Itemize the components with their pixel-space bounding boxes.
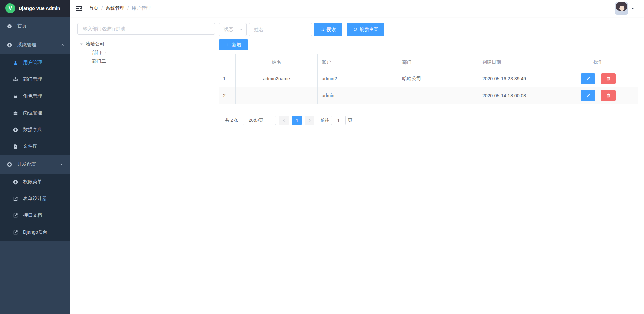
sidebar-item-label: 开发配置 [17,161,36,167]
cell-name [236,87,318,104]
avatar[interactable] [615,2,628,15]
sidebar-item-dev-config[interactable]: 开发配置 [0,155,70,174]
table-actions-row: 新增 [219,39,638,50]
sidebar-item-label: 数据字典 [23,127,42,133]
submenu-dev-config: 权限菜单 表单设计器 接口文档 Django后台 [0,174,70,241]
refresh-reset-button-label: 刷新重置 [360,26,378,33]
col-account: 账户 [318,54,398,70]
chevron-up-icon [60,43,64,47]
delete-button[interactable] [601,73,616,84]
sidebar-item-post-management[interactable]: 岗位管理 [0,105,70,121]
tree-node-root[interactable]: 哈哈公司 [77,40,215,48]
breadcrumb-home[interactable]: 首页 [89,5,98,11]
dashboard-icon [7,23,12,29]
suitcase-icon [13,110,18,116]
sidebar-item-label: 接口文档 [23,212,42,218]
sidebar-item-permission-menu[interactable]: 权限菜单 [0,174,70,190]
main-area: 首页 / 系统管理 / 用户管理 哈哈公司 [70,0,644,314]
pagination-goto: 前往 页 [320,116,352,125]
pencil-icon [586,93,590,98]
sidebar-item-role-management[interactable]: 角色管理 [0,88,70,105]
sidebar-item-label: 权限菜单 [23,179,42,185]
page-number-button[interactable]: 1 [292,116,302,125]
dept-tree: 哈哈公司 部门一 部门二 [77,40,215,66]
sidebar-item-dept-management[interactable]: 部门管理 [0,71,70,88]
breadcrumb-current: 用户管理 [132,5,151,11]
sidebar-item-system-management[interactable]: 系统管理 [0,36,70,54]
sidebar-menu: 首页 系统管理 用户管理 部门管理 [0,17,70,314]
page-content: 哈哈公司 部门一 部门二 状态 [70,17,644,314]
search-icon [320,27,325,32]
next-page-button[interactable] [305,116,314,125]
app-title: Django Vue Admin [19,6,60,11]
sidebar-item-django-admin[interactable]: Django后台 [0,224,70,241]
tree-node-label: 哈哈公司 [86,41,104,47]
edit-button[interactable] [581,73,595,84]
table-header-row: 姓名 账户 部门 创建日期 操作 [219,54,638,70]
sidebar: V Django Vue Admin 首页 系统管理 用户管理 [0,0,70,314]
prev-page-button[interactable] [279,116,289,125]
sidebar-item-label: 首页 [17,23,27,29]
sidebar-item-user-management[interactable]: 用户管理 [0,54,70,71]
cell-index: 2 [219,87,236,104]
sidebar-item-label: 岗位管理 [23,110,42,116]
chevron-right-icon [308,118,312,122]
chevron-down-icon [267,119,270,122]
goto-page-input[interactable] [331,116,346,125]
sidebar-item-label: 用户管理 [23,60,42,66]
sidebar-item-api-docs[interactable]: 接口文档 [0,207,70,224]
add-button[interactable]: 新增 [219,39,248,50]
org-tree-icon [13,77,18,82]
user-dropdown[interactable] [615,2,635,15]
sidebar-item-form-designer[interactable]: 表单设计器 [0,190,70,207]
cell-actions [558,70,638,87]
dept-filter-input[interactable] [77,23,215,35]
sidebar-item-home[interactable]: 首页 [0,17,70,36]
tree-node-label: 部门二 [92,58,106,64]
table-row: 1 admin2name admin2 哈哈公司 2020-05-16 23:3… [219,70,638,87]
tree-node-child[interactable]: 部门二 [77,57,215,66]
pencil-icon [586,76,590,81]
col-index [219,54,236,70]
logo-v-icon: V [5,3,15,13]
trash-icon [606,76,611,81]
col-dept: 部门 [398,54,478,70]
delete-button[interactable] [601,90,616,101]
name-search-input[interactable] [249,23,312,36]
app-logo[interactable]: V Django Vue Admin [0,0,70,17]
lock-icon [13,93,18,99]
refresh-reset-button[interactable]: 刷新重置 [347,23,384,36]
users-table: 姓名 账户 部门 创建日期 操作 1 admin2name admin2 哈哈公… [219,54,638,104]
page-size-value: 20条/页 [249,117,263,123]
sidebar-item-label: Django后台 [23,229,47,235]
status-select-placeholder: 状态 [224,26,233,33]
caret-expanded-icon[interactable] [79,42,84,46]
dept-tree-panel: 哈哈公司 部门一 部门二 [77,23,215,314]
filter-toolbar: 状态 搜索 刷新重置 [219,23,638,36]
submenu-system-management: 用户管理 部门管理 角色管理 岗位管理 [0,54,70,155]
cell-account: admin2 [318,70,398,87]
cell-created: 2020-05-14 18:00:08 [478,87,558,104]
top-navbar: 首页 / 系统管理 / 用户管理 [70,0,644,17]
chevron-down-icon [239,27,243,32]
edit-button[interactable] [581,90,595,101]
sidebar-item-label: 角色管理 [23,93,42,99]
page-size-select[interactable]: 20条/页 [243,116,276,125]
search-button[interactable]: 搜索 [314,23,342,36]
breadcrumb-system[interactable]: 系统管理 [106,5,124,11]
user-icon [13,60,18,66]
tree-node-child[interactable]: 部门一 [77,48,215,57]
sidebar-item-data-dictionary[interactable]: 数据字典 [0,121,70,138]
goto-label: 前往 [320,117,329,123]
status-select[interactable]: 状态 [219,23,247,36]
cell-index: 1 [219,70,236,87]
sidebar-item-label: 系统管理 [17,42,36,48]
chevron-up-icon [60,162,64,166]
sidebar-item-file-library[interactable]: 文件库 [0,138,70,155]
sidebar-fold-icon[interactable] [75,5,83,12]
cell-actions [558,87,638,104]
breadcrumb: 首页 / 系统管理 / 用户管理 [89,5,151,11]
breadcrumb-separator: / [101,6,103,11]
col-actions: 操作 [558,54,638,70]
trash-icon [606,93,611,98]
